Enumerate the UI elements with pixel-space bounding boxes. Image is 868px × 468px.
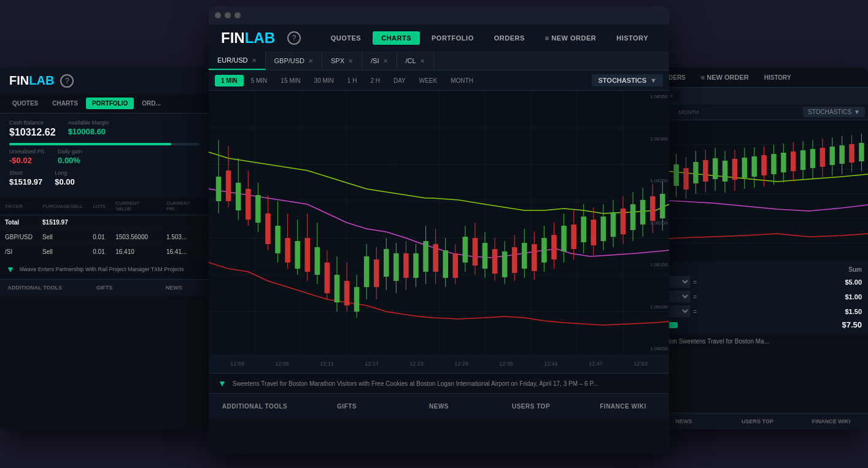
row-ticker: Total (0, 215, 37, 230)
main-btn-news[interactable]: NEWS (393, 400, 485, 413)
candle-44 (640, 188, 646, 237)
indicator-selector[interactable]: STOCHASTICS ▼ (592, 74, 663, 86)
price-labels: 1.08350 1.08300 1.08250 1.08200 1.08150 … (650, 91, 668, 355)
svg-rect-102 (640, 200, 646, 224)
close-tab-gbpusd[interactable]: ✕ (308, 58, 313, 64)
time-week[interactable]: WEEK (413, 75, 443, 86)
right-time-month[interactable]: MONTH (675, 107, 703, 117)
tab-spx[interactable]: SPX ✕ (322, 52, 362, 70)
time-label-5: 12:29 (439, 361, 484, 367)
close-tab-eurusd[interactable]: ✕ (252, 57, 257, 64)
right-indicator-selector[interactable]: STOCHASTICS ▼ (803, 107, 865, 117)
main-btn-additional-tools[interactable]: ADDITIONAL TOOLS (209, 400, 301, 413)
short-item: Short $1519.97 (9, 170, 42, 186)
main-ticker-arrow[interactable]: ▼ (218, 378, 227, 388)
right-time-controls: WEEK MONTH STOCHASTICS ▼ (647, 104, 868, 120)
time-1h[interactable]: 1 H (341, 75, 363, 86)
candle-32 (522, 229, 527, 278)
nav-quotes[interactable]: QUOTES (322, 31, 370, 45)
time-label-4: 12:23 (394, 361, 439, 367)
main-btn-gifts[interactable]: GIFTS (301, 400, 393, 413)
time-label-6: 12:35 (484, 361, 529, 367)
portfolio-bottom-row: Short $1519.97 Long $0.00 (9, 170, 200, 186)
chart-tabs: EUR/USD ✕ GBP/USD ✕ SPX ✕ /SI ✕ /CL ✕ (209, 52, 669, 71)
svg-rect-84 (551, 235, 557, 259)
candle-24 (443, 238, 448, 287)
time-2h[interactable]: 2 H (364, 75, 386, 86)
right-nav-history[interactable]: HISTORY (758, 71, 797, 83)
right-close-tab[interactable]: ✕ (669, 93, 674, 99)
time-day[interactable]: DAY (387, 75, 412, 86)
candle-13 (335, 256, 340, 312)
tab-eurusd[interactable]: EUR/USD ✕ (209, 52, 266, 70)
time-15min[interactable]: 15 MIN (274, 75, 306, 86)
svg-rect-76 (512, 247, 517, 273)
left-help-icon[interactable]: ? (60, 74, 74, 88)
right-btn-finance-wiki[interactable]: FINANCE WIKI (794, 418, 868, 424)
candle-28 (482, 232, 488, 278)
left-ticker-arrow[interactable]: ▼ (6, 264, 15, 274)
candle-20 (403, 241, 409, 290)
right-indicator-arrow: ▼ (854, 109, 860, 115)
row-ticker: /SI (0, 245, 37, 259)
candle-43 (630, 192, 636, 241)
svg-rect-28 (275, 226, 281, 253)
svg-rect-125 (713, 158, 718, 179)
main-btn-users-top[interactable]: USERS TOP (485, 400, 577, 413)
candle-36 (561, 213, 567, 263)
right-indicator-label: STOCHASTICS (808, 109, 851, 115)
nav-portfolio[interactable]: PORTFOLIO (423, 31, 482, 45)
nav-history[interactable]: HISTORY (608, 31, 657, 45)
nav-orders[interactable]: ORDERS (486, 31, 533, 45)
left-btn-gifts[interactable]: GIFTS (69, 285, 139, 291)
svg-rect-16 (216, 177, 222, 201)
svg-rect-137 (771, 154, 776, 174)
svg-rect-147 (820, 148, 825, 167)
nav-new-order[interactable]: ≡ NEW ORDER (537, 31, 605, 45)
close-tab-spx[interactable]: ✕ (348, 58, 353, 64)
available-margin-label: Available Margin (68, 120, 109, 126)
main-bottom-toolbar: ADDITIONAL TOOLS GIFTS NEWS USERS TOP FI… (209, 393, 669, 419)
time-label-0: 11:59 (215, 361, 260, 367)
svg-rect-54 (403, 253, 409, 278)
candle-3 (236, 158, 241, 220)
candle-38 (581, 204, 586, 253)
close-tab-si[interactable]: ✕ (383, 58, 388, 64)
col-ticker: TIKCER (0, 198, 37, 215)
left-btn-news[interactable]: NEWS (139, 285, 209, 291)
svg-rect-153 (849, 144, 854, 163)
left-nav-portfolio[interactable]: PORTFOLIO (86, 98, 134, 109)
main-help-icon[interactable]: ? (287, 31, 301, 45)
svg-rect-145 (810, 149, 815, 168)
time-5min[interactable]: 5 MIN (245, 75, 274, 86)
row-price: 1.503... (161, 230, 209, 245)
long-item: Long $0.00 (55, 170, 75, 186)
main-btn-finance-wiki[interactable]: FINANCE WIKI (577, 400, 669, 413)
svg-rect-92 (591, 220, 597, 245)
candle-35 (551, 223, 557, 269)
time-30min[interactable]: 30 MIN (308, 75, 340, 86)
candle-33 (532, 232, 537, 280)
candle-34 (541, 226, 547, 272)
table-row: GBP/USD Sell 0.01 1503.56000 1.503... (0, 230, 209, 245)
left-nav-orders[interactable]: ORD... (136, 98, 167, 109)
nav-charts[interactable]: CHARTS (373, 31, 420, 45)
tab-gbpusd[interactable]: GBP/USD ✕ (266, 52, 323, 70)
time-month[interactable]: MONTH (444, 75, 479, 86)
left-nav-charts[interactable]: CHARTS (46, 98, 84, 109)
order-value-3: $1.50 (845, 308, 862, 315)
tab-cl[interactable]: /CL ✕ (397, 52, 434, 70)
left-btn-additional-tools[interactable]: ADDITIONAL TOOLS (0, 285, 69, 291)
svg-rect-86 (561, 226, 567, 251)
left-nav-quotes[interactable]: QUOTES (6, 98, 44, 109)
row-price: 16.41... (161, 245, 209, 259)
candle-10 (304, 213, 310, 281)
candle-11 (315, 223, 320, 284)
time-1min[interactable]: 1 MIN (215, 75, 244, 86)
time-label-2: 12:11 (304, 361, 349, 367)
close-tab-cl[interactable]: ✕ (420, 58, 425, 64)
tab-si[interactable]: /SI ✕ (362, 52, 397, 70)
svg-rect-24 (255, 195, 261, 223)
right-nav-new-order[interactable]: ≡ NEW ORDER (695, 71, 755, 83)
right-btn-users-top[interactable]: USERS TOP (721, 418, 794, 424)
